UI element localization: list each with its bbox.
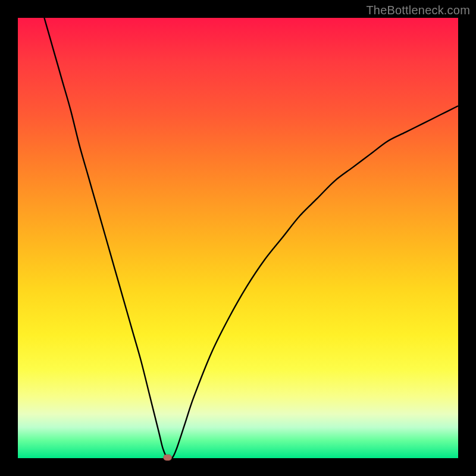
watermark-text: TheBottleneck.com	[366, 4, 470, 17]
chart-frame: TheBottleneck.com	[0, 0, 476, 476]
plot-area	[18, 18, 458, 458]
curve-layer	[18, 18, 458, 458]
bottleneck-curve	[44, 18, 458, 459]
minimum-marker	[164, 455, 172, 461]
